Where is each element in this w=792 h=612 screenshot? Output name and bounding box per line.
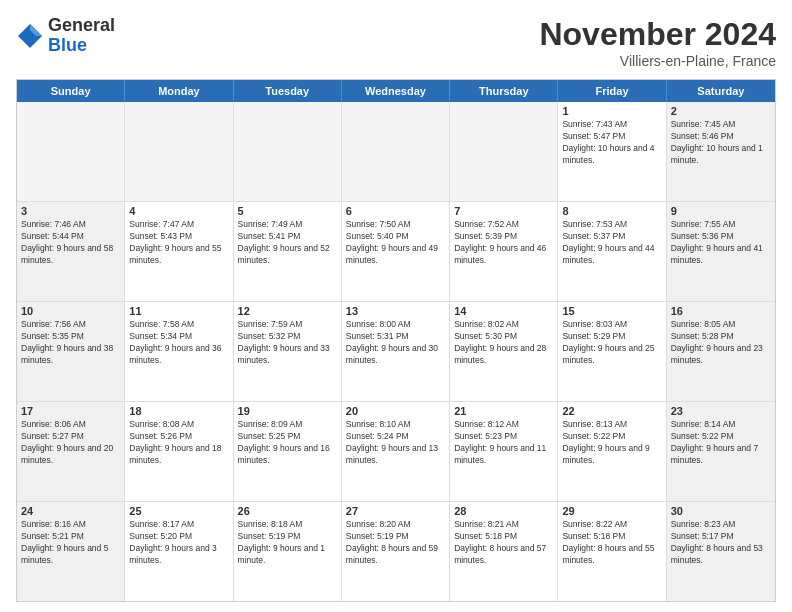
day-cell: 23Sunrise: 8:14 AM Sunset: 5:22 PM Dayli… (667, 402, 775, 501)
day-info: Sunrise: 8:00 AM Sunset: 5:31 PM Dayligh… (346, 319, 445, 367)
day-number: 28 (454, 505, 553, 517)
day-number: 13 (346, 305, 445, 317)
day-cell: 1Sunrise: 7:43 AM Sunset: 5:47 PM Daylig… (558, 102, 666, 201)
day-number: 5 (238, 205, 337, 217)
day-cell: 15Sunrise: 8:03 AM Sunset: 5:29 PM Dayli… (558, 302, 666, 401)
calendar-header: SundayMondayTuesdayWednesdayThursdayFrid… (17, 80, 775, 102)
day-cell: 17Sunrise: 8:06 AM Sunset: 5:27 PM Dayli… (17, 402, 125, 501)
day-cell: 25Sunrise: 8:17 AM Sunset: 5:20 PM Dayli… (125, 502, 233, 601)
day-info: Sunrise: 8:20 AM Sunset: 5:19 PM Dayligh… (346, 519, 445, 567)
day-cell: 18Sunrise: 8:08 AM Sunset: 5:26 PM Dayli… (125, 402, 233, 501)
logo-general: General (48, 16, 115, 36)
day-info: Sunrise: 7:47 AM Sunset: 5:43 PM Dayligh… (129, 219, 228, 267)
day-cell: 21Sunrise: 8:12 AM Sunset: 5:23 PM Dayli… (450, 402, 558, 501)
day-info: Sunrise: 7:56 AM Sunset: 5:35 PM Dayligh… (21, 319, 120, 367)
empty-day-cell (17, 102, 125, 201)
day-info: Sunrise: 8:03 AM Sunset: 5:29 PM Dayligh… (562, 319, 661, 367)
calendar-week-row: 1Sunrise: 7:43 AM Sunset: 5:47 PM Daylig… (17, 102, 775, 202)
logo-text: General Blue (48, 16, 115, 56)
day-number: 17 (21, 405, 120, 417)
day-cell: 13Sunrise: 8:00 AM Sunset: 5:31 PM Dayli… (342, 302, 450, 401)
day-info: Sunrise: 8:12 AM Sunset: 5:23 PM Dayligh… (454, 419, 553, 467)
day-cell: 6Sunrise: 7:50 AM Sunset: 5:40 PM Daylig… (342, 202, 450, 301)
day-cell: 19Sunrise: 8:09 AM Sunset: 5:25 PM Dayli… (234, 402, 342, 501)
day-info: Sunrise: 8:06 AM Sunset: 5:27 PM Dayligh… (21, 419, 120, 467)
day-number: 6 (346, 205, 445, 217)
day-cell: 4Sunrise: 7:47 AM Sunset: 5:43 PM Daylig… (125, 202, 233, 301)
day-cell: 20Sunrise: 8:10 AM Sunset: 5:24 PM Dayli… (342, 402, 450, 501)
day-number: 8 (562, 205, 661, 217)
location: Villiers-en-Plaine, France (539, 53, 776, 69)
day-cell: 5Sunrise: 7:49 AM Sunset: 5:41 PM Daylig… (234, 202, 342, 301)
day-cell: 27Sunrise: 8:20 AM Sunset: 5:19 PM Dayli… (342, 502, 450, 601)
day-number: 9 (671, 205, 771, 217)
day-info: Sunrise: 7:58 AM Sunset: 5:34 PM Dayligh… (129, 319, 228, 367)
day-cell: 12Sunrise: 7:59 AM Sunset: 5:32 PM Dayli… (234, 302, 342, 401)
day-info: Sunrise: 7:46 AM Sunset: 5:44 PM Dayligh… (21, 219, 120, 267)
day-number: 29 (562, 505, 661, 517)
day-cell: 7Sunrise: 7:52 AM Sunset: 5:39 PM Daylig… (450, 202, 558, 301)
day-info: Sunrise: 8:21 AM Sunset: 5:18 PM Dayligh… (454, 519, 553, 567)
day-info: Sunrise: 8:23 AM Sunset: 5:17 PM Dayligh… (671, 519, 771, 567)
day-cell: 16Sunrise: 8:05 AM Sunset: 5:28 PM Dayli… (667, 302, 775, 401)
calendar-week-row: 17Sunrise: 8:06 AM Sunset: 5:27 PM Dayli… (17, 402, 775, 502)
day-info: Sunrise: 7:52 AM Sunset: 5:39 PM Dayligh… (454, 219, 553, 267)
logo-blue: Blue (48, 36, 115, 56)
day-number: 15 (562, 305, 661, 317)
day-of-week-header: Friday (558, 80, 666, 102)
day-number: 3 (21, 205, 120, 217)
day-cell: 29Sunrise: 8:22 AM Sunset: 5:18 PM Dayli… (558, 502, 666, 601)
day-cell: 9Sunrise: 7:55 AM Sunset: 5:36 PM Daylig… (667, 202, 775, 301)
day-number: 18 (129, 405, 228, 417)
day-info: Sunrise: 7:50 AM Sunset: 5:40 PM Dayligh… (346, 219, 445, 267)
day-info: Sunrise: 8:13 AM Sunset: 5:22 PM Dayligh… (562, 419, 661, 467)
day-info: Sunrise: 7:43 AM Sunset: 5:47 PM Dayligh… (562, 119, 661, 167)
day-info: Sunrise: 8:05 AM Sunset: 5:28 PM Dayligh… (671, 319, 771, 367)
day-number: 12 (238, 305, 337, 317)
day-info: Sunrise: 8:22 AM Sunset: 5:18 PM Dayligh… (562, 519, 661, 567)
day-number: 10 (21, 305, 120, 317)
header: General Blue November 2024 Villiers-en-P… (16, 16, 776, 69)
day-number: 21 (454, 405, 553, 417)
empty-day-cell (234, 102, 342, 201)
empty-day-cell (342, 102, 450, 201)
calendar-week-row: 24Sunrise: 8:16 AM Sunset: 5:21 PM Dayli… (17, 502, 775, 601)
day-number: 23 (671, 405, 771, 417)
day-info: Sunrise: 7:59 AM Sunset: 5:32 PM Dayligh… (238, 319, 337, 367)
day-info: Sunrise: 7:55 AM Sunset: 5:36 PM Dayligh… (671, 219, 771, 267)
calendar: SundayMondayTuesdayWednesdayThursdayFrid… (16, 79, 776, 602)
empty-day-cell (450, 102, 558, 201)
day-cell: 22Sunrise: 8:13 AM Sunset: 5:22 PM Dayli… (558, 402, 666, 501)
page: General Blue November 2024 Villiers-en-P… (0, 0, 792, 612)
day-of-week-header: Monday (125, 80, 233, 102)
logo: General Blue (16, 16, 115, 56)
day-cell: 14Sunrise: 8:02 AM Sunset: 5:30 PM Dayli… (450, 302, 558, 401)
day-number: 4 (129, 205, 228, 217)
day-number: 19 (238, 405, 337, 417)
day-number: 24 (21, 505, 120, 517)
month-title: November 2024 (539, 16, 776, 53)
day-number: 7 (454, 205, 553, 217)
day-info: Sunrise: 8:10 AM Sunset: 5:24 PM Dayligh… (346, 419, 445, 467)
day-of-week-header: Tuesday (234, 80, 342, 102)
day-of-week-header: Wednesday (342, 80, 450, 102)
day-cell: 2Sunrise: 7:45 AM Sunset: 5:46 PM Daylig… (667, 102, 775, 201)
calendar-week-row: 3Sunrise: 7:46 AM Sunset: 5:44 PM Daylig… (17, 202, 775, 302)
day-info: Sunrise: 8:02 AM Sunset: 5:30 PM Dayligh… (454, 319, 553, 367)
day-cell: 10Sunrise: 7:56 AM Sunset: 5:35 PM Dayli… (17, 302, 125, 401)
day-number: 11 (129, 305, 228, 317)
day-info: Sunrise: 7:49 AM Sunset: 5:41 PM Dayligh… (238, 219, 337, 267)
day-cell: 30Sunrise: 8:23 AM Sunset: 5:17 PM Dayli… (667, 502, 775, 601)
day-number: 22 (562, 405, 661, 417)
title-area: November 2024 Villiers-en-Plaine, France (539, 16, 776, 69)
day-number: 30 (671, 505, 771, 517)
day-info: Sunrise: 7:45 AM Sunset: 5:46 PM Dayligh… (671, 119, 771, 167)
calendar-week-row: 10Sunrise: 7:56 AM Sunset: 5:35 PM Dayli… (17, 302, 775, 402)
day-cell: 26Sunrise: 8:18 AM Sunset: 5:19 PM Dayli… (234, 502, 342, 601)
day-number: 26 (238, 505, 337, 517)
day-cell: 8Sunrise: 7:53 AM Sunset: 5:37 PM Daylig… (558, 202, 666, 301)
empty-day-cell (125, 102, 233, 201)
day-number: 25 (129, 505, 228, 517)
calendar-body: 1Sunrise: 7:43 AM Sunset: 5:47 PM Daylig… (17, 102, 775, 601)
day-cell: 3Sunrise: 7:46 AM Sunset: 5:44 PM Daylig… (17, 202, 125, 301)
